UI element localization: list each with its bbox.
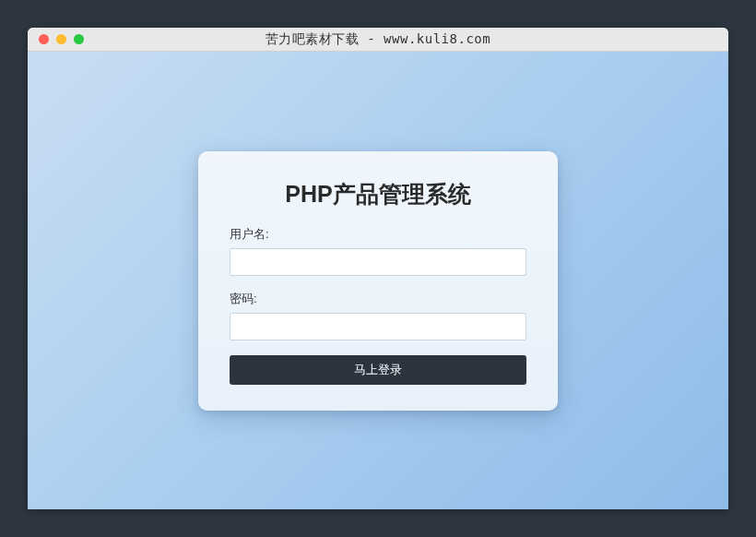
window-title: 苦力吧素材下载 - www.kuli8.com: [39, 31, 717, 48]
content-area: PHP产品管理系统 用户名: 密码: 马上登录: [28, 52, 728, 509]
browser-window: 苦力吧素材下载 - www.kuli8.com PHP产品管理系统 用户名: 密…: [28, 28, 728, 509]
minimize-icon[interactable]: [56, 34, 66, 44]
login-button[interactable]: 马上登录: [230, 355, 526, 385]
titlebar-buttons: [39, 34, 84, 44]
close-icon[interactable]: [39, 34, 49, 44]
maximize-icon[interactable]: [74, 34, 84, 44]
password-label: 密码:: [230, 291, 526, 307]
username-label: 用户名:: [230, 226, 526, 243]
login-card: PHP产品管理系统 用户名: 密码: 马上登录: [198, 151, 558, 411]
login-title: PHP产品管理系统: [230, 179, 526, 209]
password-input[interactable]: [230, 313, 526, 340]
username-input[interactable]: [230, 248, 526, 276]
titlebar: 苦力吧素材下载 - www.kuli8.com: [28, 28, 728, 52]
